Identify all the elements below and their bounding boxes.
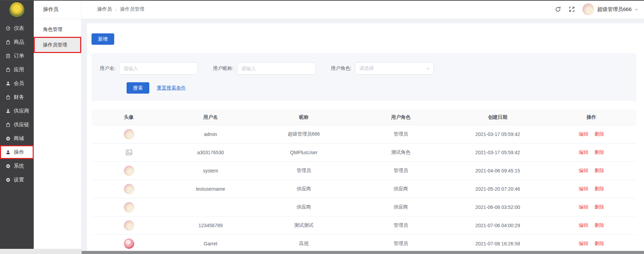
nickname-cell: 供应商 — [255, 186, 353, 192]
delete-link[interactable]: 删除 — [594, 149, 604, 155]
app-logo[interactable] — [9, 2, 25, 18]
created-date-cell: 2021-03-17 05:59:42 — [449, 150, 547, 155]
role-select-placeholder: 请选择 — [359, 65, 374, 72]
table-row: system管理员管理员2021-04-06 09:45:15编辑删除 — [92, 162, 636, 180]
username-cell: admin — [166, 131, 255, 137]
edit-link[interactable]: 编辑 — [579, 131, 588, 137]
nickname-label: 用户昵称: — [213, 65, 234, 72]
operations-cell: 编辑删除 — [547, 241, 636, 247]
sidebar-item-supply-chain[interactable]: 供应链 — [0, 118, 34, 131]
avatar-cell — [92, 220, 166, 231]
nickname-cell: 管理员 — [255, 168, 353, 174]
reset-search-link[interactable]: 重置搜索条件 — [157, 85, 186, 91]
operations-cell: 编辑删除 — [547, 222, 636, 229]
sidebar-item-orders[interactable]: 订单 — [0, 49, 34, 63]
submenu-item-role-management[interactable]: 角色管理 — [34, 22, 81, 37]
top-header: 操作员 › 操作员管理 超级管理员666 — [82, 0, 644, 19]
username-cell: a303176530 — [166, 150, 255, 155]
sidebar-item-suppliers[interactable]: 供应商 — [0, 104, 34, 118]
sidebar-item-label: 供应链 — [14, 121, 29, 128]
search-actions-row: 搜索 重置搜索条件 — [127, 82, 636, 94]
delete-link[interactable]: 删除 — [594, 168, 604, 173]
avatar-cell — [92, 239, 166, 249]
operators-table: 头像用户名昵称用户角色创建日期操作 admin超级管理员666管理员2021-0… — [92, 109, 636, 253]
user-avatar — [582, 3, 594, 15]
sidebar-item-members[interactable]: 会员 — [0, 76, 34, 90]
delete-link[interactable]: 删除 — [594, 131, 604, 137]
submenu-title: 操作员 — [34, 0, 81, 19]
primary-sidebar: 仪表商品订单应用会员财务供应商供应链商城操作系统设置 — [0, 0, 34, 254]
sidebar-item-apps[interactable]: 应用 — [0, 63, 34, 76]
delete-link[interactable]: 删除 — [594, 222, 604, 228]
sidebar-item-finance[interactable]: 财务 — [0, 90, 34, 104]
delete-link[interactable]: 删除 — [594, 241, 604, 246]
nickname-cell: 测试测试 — [255, 222, 353, 229]
operations-cell: 编辑删除 — [547, 204, 636, 210]
person-icon — [6, 81, 11, 86]
fullscreen-icon[interactable] — [569, 6, 575, 12]
nickname-cell: 高祝 — [255, 241, 353, 247]
role-select[interactable]: 请选择 — [355, 62, 434, 75]
search-fields-row: 用户名: 用户昵称: 用户角色: 请选择 — [100, 62, 636, 75]
role-cell: 管理员 — [353, 168, 449, 174]
nickname-input[interactable] — [237, 62, 316, 75]
table-row: admin超级管理员666管理员2021-03-17 05:59:42编辑删除 — [92, 125, 636, 144]
breadcrumb-item-operator[interactable]: 操作员 — [97, 6, 112, 12]
secondary-sidebar: 操作员 角色管理操作员管理 — [34, 0, 82, 254]
search-panel: 用户名: 用户昵称: 用户角色: 请选择 — [92, 53, 636, 101]
column-header: 创建日期 — [449, 114, 547, 120]
delete-link[interactable]: 删除 — [594, 186, 604, 191]
horizontal-scrollbar[interactable] — [82, 251, 644, 254]
role-cell: 管理员 — [353, 131, 449, 137]
sidebar-item-goods[interactable]: 商品 — [0, 35, 34, 49]
username-input[interactable] — [119, 62, 198, 75]
sidebar-item-system[interactable]: 系统 — [0, 159, 34, 173]
edit-link[interactable]: 编辑 — [579, 204, 588, 210]
edit-link[interactable]: 编辑 — [579, 168, 588, 173]
edit-link[interactable]: 编辑 — [579, 149, 588, 155]
breadcrumb: 操作员 › 操作员管理 — [97, 6, 144, 12]
select-chevron-down-icon — [426, 67, 430, 71]
avatar-cell — [92, 202, 166, 212]
column-header: 用户名 — [166, 114, 255, 120]
created-date-cell: 2021-07-08 16:26:58 — [449, 241, 547, 246]
breadcrumb-separator-icon: › — [115, 7, 117, 12]
sidebar-item-settings[interactable]: 设置 — [0, 173, 34, 187]
row-avatar — [124, 184, 134, 194]
delete-link[interactable]: 删除 — [594, 204, 604, 210]
row-avatar — [124, 129, 134, 139]
gear-icon — [6, 163, 11, 169]
gauge-icon — [6, 26, 11, 31]
search-button[interactable]: 搜索 — [127, 82, 149, 94]
table-row: a303176530QMPlusUser测试角色2021-03-17 05:59… — [92, 144, 636, 162]
sidebar-item-operations[interactable]: 操作 — [0, 145, 34, 159]
sidebar-item-dashboard[interactable]: 仪表 — [0, 21, 34, 35]
row-avatar — [124, 166, 134, 176]
window-top-edge — [0, 0, 644, 1]
sidebar-item-label: 应用 — [14, 66, 24, 73]
sidebar-item-label: 系统 — [14, 163, 24, 169]
edit-link[interactable]: 编辑 — [579, 241, 588, 246]
gear-icon — [6, 177, 11, 182]
logo-wrap — [0, 0, 34, 19]
created-date-cell: 2021-07-06 04:00:29 — [449, 223, 547, 228]
clipboard-icon — [6, 53, 11, 59]
bag-icon — [6, 40, 11, 45]
table-row: Garret高祝管理员2021-07-08 16:26:58编辑删除 — [92, 235, 636, 253]
refresh-icon[interactable] — [555, 6, 561, 12]
person-icon — [6, 108, 11, 114]
user-menu[interactable]: 超级管理员666 — [582, 3, 638, 15]
edit-link[interactable]: 编辑 — [579, 222, 588, 228]
created-date-cell: 2021-06-08 03:52:00 — [449, 204, 547, 210]
header-actions: 超级管理员666 — [555, 3, 638, 15]
sidebar-item-mall[interactable]: 商城 — [0, 131, 34, 145]
sidebar-item-label: 财务 — [14, 94, 24, 100]
username-cell: testusername — [166, 186, 255, 192]
username-group: 用户名: — [100, 62, 198, 75]
add-button[interactable]: 新增 — [92, 33, 114, 45]
nickname-cell: QMPlusUser — [255, 150, 353, 155]
submenu-item-operator-management[interactable]: 操作员管理 — [34, 37, 81, 53]
created-date-cell: 2021-05-20 07:20:46 — [449, 186, 547, 192]
breadcrumb-item-operator-management: 操作员管理 — [120, 6, 144, 12]
edit-link[interactable]: 编辑 — [579, 186, 588, 191]
